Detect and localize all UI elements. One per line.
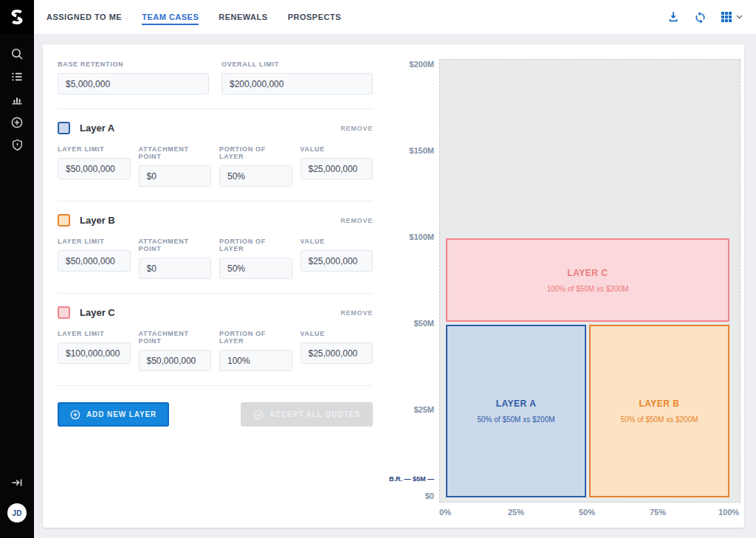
x-axis-tick: 75%: [650, 508, 666, 517]
layer-limit-field: LAYER LIMIT: [58, 238, 131, 279]
attachment-point-input[interactable]: [139, 258, 212, 279]
main-card: BASE RETENTION OVERALL LIMIT Layer AREMO…: [43, 44, 744, 528]
collapse-panel-icon[interactable]: [0, 471, 34, 494]
chart-box-layer-b: LAYER B50% of $50M xs $200M: [589, 325, 729, 497]
layer-limit-input[interactable]: [58, 158, 131, 179]
attachment-point-field: ATTACHMENT POINT: [139, 238, 212, 279]
nav-actions: [667, 10, 743, 24]
base-retention-label: BASE RETENTION: [58, 61, 209, 68]
layer-color-swatch: [58, 306, 70, 319]
layer-limit-input[interactable]: [58, 250, 131, 272]
value-field: VALUE: [300, 238, 374, 279]
apps-grid-menu[interactable]: [721, 11, 743, 23]
y-axis-tick: $150M: [325, 146, 434, 156]
chart-box-subtitle: 100% of $50M xs $200M: [547, 285, 629, 293]
layer-limit-label: LAYER LIMIT: [58, 238, 131, 245]
remove-layer-button[interactable]: REMOVE: [340, 309, 373, 317]
layer-form: BASE RETENTION OVERALL LIMIT Layer AREMO…: [58, 61, 373, 427]
divider: [58, 108, 373, 109]
value-input[interactable]: [300, 342, 374, 364]
divider: [58, 293, 373, 294]
layer-header: Layer BREMOVE: [58, 214, 373, 227]
portion-of-layer-label: PORTION OF LAYER: [219, 330, 292, 345]
top-navbar: ASSIGNED TO METEAM CASESRENEWALSPROSPECT…: [34, 0, 756, 35]
tab-prospects[interactable]: PROSPECTS: [288, 9, 341, 25]
overall-limit-input[interactable]: [221, 73, 373, 94]
plus-circle-icon[interactable]: [0, 111, 34, 134]
chart-box-layer-c: LAYER C100% of $50M xs $200M: [446, 238, 729, 322]
user-initials: JD: [13, 509, 22, 517]
portion-of-layer-field: PORTION OF LAYER: [219, 145, 292, 187]
layer-limit-field: LAYER LIMIT: [58, 145, 131, 187]
remove-layer-button[interactable]: REMOVE: [340, 125, 373, 132]
layer-limit-input[interactable]: [58, 342, 131, 364]
value-label: VALUE: [300, 330, 374, 337]
portion-of-layer-input[interactable]: [219, 165, 292, 187]
layer-header: Layer CREMOVE: [58, 306, 373, 319]
attachment-point-field: ATTACHMENT POINT: [139, 330, 212, 371]
chevron-down-icon: [736, 15, 743, 19]
value-input[interactable]: [300, 250, 374, 272]
layer-header: Layer AREMOVE: [58, 122, 373, 134]
y-axis-tick: $25M: [325, 405, 434, 415]
layer-name: Layer C: [80, 307, 115, 318]
layer-color-swatch: [58, 122, 70, 134]
remove-layer-button[interactable]: REMOVE: [340, 217, 373, 224]
grid-icon: [721, 11, 732, 23]
layer-fields: LAYER LIMITATTACHMENT POINTPORTION OF LA…: [58, 330, 373, 371]
sidebar-nav: [0, 42, 34, 156]
layer-sections: Layer AREMOVELAYER LIMITATTACHMENT POINT…: [58, 122, 373, 386]
portion-of-layer-input[interactable]: [219, 350, 292, 371]
search-icon[interactable]: [0, 42, 34, 65]
attachment-point-label: ATTACHMENT POINT: [139, 238, 212, 252]
base-retention-field: BASE RETENTION: [58, 61, 209, 94]
portion-of-layer-input[interactable]: [219, 258, 292, 279]
layer-fields: LAYER LIMITATTACHMENT POINTPORTION OF LA…: [58, 238, 373, 279]
download-icon[interactable]: [667, 10, 680, 24]
y-axis-tick: $100M: [325, 232, 434, 242]
shield-icon[interactable]: [0, 134, 34, 156]
x-axis-tick: 0%: [439, 508, 451, 517]
layer-color-swatch: [58, 214, 70, 227]
layer-name: Layer B: [80, 215, 115, 226]
tab-assigned-to-me[interactable]: ASSIGNED TO ME: [47, 9, 122, 25]
list-icon[interactable]: [0, 65, 34, 88]
value-field: VALUE: [300, 330, 374, 371]
bar-chart-icon[interactable]: [0, 88, 34, 111]
logo-s-icon: [7, 7, 27, 27]
portion-of-layer-label: PORTION OF LAYER: [219, 238, 292, 252]
chart-box-subtitle: 50% of $50M xs $200M: [477, 415, 554, 424]
nav-tabs: ASSIGNED TO METEAM CASESRENEWALSPROSPECT…: [47, 9, 341, 25]
app-logo: [0, 0, 34, 34]
layer-limit-label: LAYER LIMIT: [58, 330, 131, 337]
check-circle-icon: [253, 410, 264, 420]
base-retention-marker: B.R. — $5M —: [325, 475, 434, 483]
chart-box-layer-a: LAYER A50% of $50M xs $200M: [446, 325, 586, 497]
layer-section-layer-a: Layer AREMOVELAYER LIMITATTACHMENT POINT…: [58, 122, 373, 201]
add-new-layer-label: ADD NEW LAYER: [86, 410, 157, 418]
layer-limit-field: LAYER LIMIT: [58, 330, 131, 371]
plus-circle-icon: [70, 410, 80, 420]
y-axis-tick: $200M: [325, 60, 434, 69]
attachment-point-input[interactable]: [139, 165, 212, 187]
user-avatar[interactable]: JD: [7, 503, 27, 523]
divider: [58, 201, 373, 201]
chart-box-title: LAYER A: [496, 399, 537, 409]
tab-team-cases[interactable]: TEAM CASES: [142, 9, 199, 25]
value-input[interactable]: [300, 158, 374, 179]
chart-plot-area: LAYER A50% of $50M xs $200MLAYER B50% of…: [439, 59, 740, 503]
divider: [58, 385, 373, 386]
x-axis-tick: 25%: [508, 508, 524, 517]
add-new-layer-button[interactable]: ADD NEW LAYER: [58, 402, 169, 427]
layer-name: Layer A: [80, 123, 114, 134]
base-retention-input[interactable]: [58, 73, 209, 94]
attachment-point-input[interactable]: [139, 350, 212, 371]
chart-box-subtitle: 50% of $50M xs $200M: [620, 415, 698, 424]
layer-limit-label: LAYER LIMIT: [58, 145, 131, 153]
refresh-icon[interactable]: [694, 11, 707, 24]
chart-box-title: LAYER B: [639, 399, 679, 409]
tab-renewals[interactable]: RENEWALS: [219, 9, 267, 25]
portion-of-layer-label: PORTION OF LAYER: [219, 145, 292, 160]
sidebar: JD: [0, 0, 34, 538]
chart-box-title: LAYER C: [567, 268, 608, 278]
